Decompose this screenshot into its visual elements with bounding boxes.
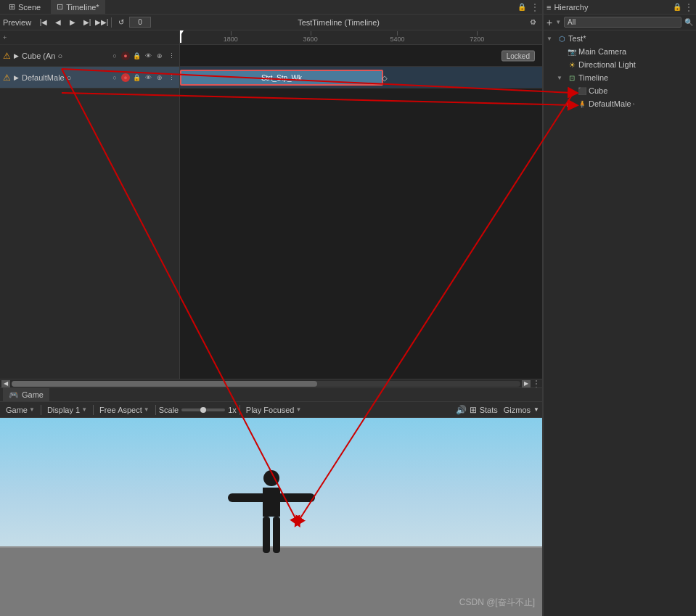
- play-focused-dropdown-arrow: ▼: [296, 406, 302, 413]
- track-expand-arrow-1[interactable]: ▶: [14, 52, 19, 59]
- track-expand-arrow-2[interactable]: ▶: [14, 74, 19, 81]
- tree-item-defaultmale[interactable]: ▶ 🧍 DefaultMale ›: [564, 97, 696, 110]
- gizmos-label[interactable]: Gizmos: [504, 406, 531, 414]
- cube-icon: ⬛: [577, 86, 587, 96]
- grid-icon[interactable]: ⊞: [470, 405, 477, 415]
- scroll-right-button[interactable]: ▶: [522, 380, 531, 387]
- track-more-btn-2[interactable]: ⋮: [166, 73, 176, 83]
- tree-expand-test[interactable]: ▼: [546, 36, 555, 42]
- settings-dots-icon[interactable]: ⋮: [531, 2, 539, 12]
- track-name-cube: Cube (An ○: [22, 52, 107, 60]
- game-toolbar-game[interactable]: Game ▼: [3, 406, 38, 414]
- tree-item-test[interactable]: ▼ ⬡ Test: [544, 32, 696, 45]
- stats-label[interactable]: Stats: [480, 406, 498, 414]
- hierarchy-header: ≡ Hierarchy 🔒 ⋮: [544, 0, 696, 15]
- scrollbar-thumb[interactable]: [12, 381, 317, 387]
- preview-toolbar: Preview |◀ ◀ ▶ ▶| ▶▶| ↺ 0 TestTimeline (…: [0, 15, 542, 30]
- add-dropdown-arrow[interactable]: ▼: [555, 19, 561, 25]
- track-record-btn-2[interactable]: ●: [121, 73, 130, 82]
- tree-item-timeline[interactable]: ▼ ⊡ Timeline: [554, 71, 696, 84]
- track-mute-btn-1[interactable]: 👁: [143, 51, 153, 61]
- scale-slider-thumb[interactable]: [200, 407, 206, 413]
- light-icon: ☀: [567, 59, 577, 70]
- play-button[interactable]: ▶: [66, 16, 79, 29]
- play-focused-label: Play Focused: [246, 406, 295, 414]
- game-viewport: CSDN @[奋斗不止]: [0, 418, 542, 616]
- add-hierarchy-button[interactable]: +: [546, 17, 552, 28]
- toolbar-div-1: [41, 405, 41, 415]
- scale-slider-track[interactable]: [181, 408, 225, 411]
- track-record-btn-1[interactable]: ●: [121, 52, 130, 60]
- scroll-left-button[interactable]: ◀: [1, 380, 10, 387]
- mute-icon[interactable]: 🔊: [456, 405, 467, 415]
- frame-input[interactable]: 0: [129, 17, 151, 28]
- gizmos-dropdown-arrow[interactable]: ▼: [533, 406, 539, 413]
- track-lane-cube: Locked: [180, 45, 542, 67]
- game-header: 🎮 Game: [0, 387, 542, 402]
- track-lane-defaultmale: Strt_Stp_Wk ◇: [180, 67, 542, 89]
- char-leg-right: [273, 517, 280, 553]
- timeline-ruler: 1800 3600 5400 7200: [180, 30, 542, 45]
- hierarchy-toolbar: + ▼ 🔍: [544, 15, 696, 30]
- tab-timeline[interactable]: ⊡ Timeline*: [51, 0, 105, 14]
- hierarchy-search-input[interactable]: [564, 17, 681, 28]
- preview-label: Preview: [3, 18, 31, 27]
- tree-expand-timeline[interactable]: ▼: [557, 75, 565, 81]
- timeline-icon: ⊡: [567, 73, 577, 83]
- track-solo-btn-2[interactable]: ⊕: [155, 73, 165, 83]
- timeline-header: ⊞ Scene ⊡ Timeline* 🔒 ⋮: [0, 0, 542, 15]
- clip-handle-right[interactable]: ◇: [382, 74, 388, 82]
- tree-item-cube[interactable]: ⬛ Cube: [564, 84, 696, 97]
- prev-frame-button[interactable]: ◀: [52, 16, 65, 29]
- scale-value: 1x: [228, 406, 237, 414]
- track-lock-btn-1[interactable]: 🔒: [131, 51, 142, 61]
- tree-item-directional-light[interactable]: ☀ Directional Light: [554, 58, 696, 71]
- char-head: [263, 470, 279, 486]
- tree-expand-defaultmale[interactable]: ▶: [567, 101, 576, 107]
- game-dropdown-arrow: ▼: [29, 406, 35, 413]
- display-selector[interactable]: Display 1 ▼: [44, 406, 90, 414]
- toolbar-div-3: [155, 405, 156, 415]
- game-tab[interactable]: 🎮 Game: [3, 388, 49, 401]
- go-end-button[interactable]: ▶▶|: [95, 16, 108, 29]
- go-start-button[interactable]: |◀: [37, 16, 50, 29]
- timeline-tab-icon: ⊡: [57, 2, 63, 12]
- tree-arrow-defaultmale[interactable]: ›: [633, 101, 635, 107]
- track-activate-btn-2[interactable]: ○: [110, 73, 120, 83]
- display-label: Display 1: [47, 406, 80, 414]
- scrollbar-track[interactable]: [12, 381, 520, 387]
- next-frame-button[interactable]: ▶|: [81, 16, 94, 29]
- tree-label-directional-light: Directional Light: [578, 60, 636, 69]
- hierarchy-dots-icon[interactable]: ⋮: [684, 2, 693, 12]
- track-lock-btn-2[interactable]: 🔒: [131, 73, 142, 83]
- lock-icon: 🔒: [517, 3, 526, 11]
- left-panel: ⊞ Scene ⊡ Timeline* 🔒 ⋮ Preview |◀ ◀ ▶ ▶…: [0, 0, 543, 616]
- play-focused-selector[interactable]: Play Focused ▼: [243, 406, 305, 414]
- animation-clip[interactable]: Strt_Stp_Wk ◇: [180, 70, 383, 86]
- toolbar-sep-1: [111, 17, 112, 28]
- track-headers: + ⚠ ▶ Cube (An ○ ○ ● 🔒 👁 ⊕ ⋮: [0, 30, 180, 379]
- tree-item-main-camera[interactable]: 📷 Main Camera: [554, 45, 696, 58]
- aspect-selector[interactable]: Free Aspect ▼: [97, 406, 152, 414]
- track-warning-icon-1: ⚠: [3, 51, 11, 61]
- track-activate-btn-1[interactable]: ○: [110, 51, 120, 61]
- track-more-btn-1[interactable]: ⋮: [166, 51, 176, 61]
- timeline-area: + ⚠ ▶ Cube (An ○ ○ ● 🔒 👁 ⊕ ⋮: [0, 30, 542, 379]
- game-label: Game: [6, 406, 28, 414]
- game-tab-label: Game: [22, 390, 44, 399]
- track-mute-btn-2[interactable]: 👁: [143, 73, 153, 83]
- aspect-label: Free Aspect: [99, 406, 142, 414]
- track-solo-btn-1[interactable]: ⊕: [155, 51, 165, 61]
- display-dropdown-arrow: ▼: [81, 406, 87, 413]
- tree-label-test: Test: [568, 34, 586, 43]
- add-icon[interactable]: +: [3, 34, 7, 41]
- ruler-mark-3600: 3600: [303, 36, 318, 43]
- loop-button[interactable]: ↺: [115, 16, 128, 29]
- locked-badge: Locked: [501, 50, 535, 61]
- char-torso: [263, 488, 280, 517]
- tree-label-main-camera: Main Camera: [578, 47, 626, 56]
- search-icon[interactable]: 🔍: [684, 18, 693, 26]
- tab-scene[interactable]: ⊞ Scene: [3, 0, 46, 14]
- humanoid-icon: 🧍: [577, 99, 587, 109]
- timeline-settings-button[interactable]: ⚙: [526, 16, 539, 29]
